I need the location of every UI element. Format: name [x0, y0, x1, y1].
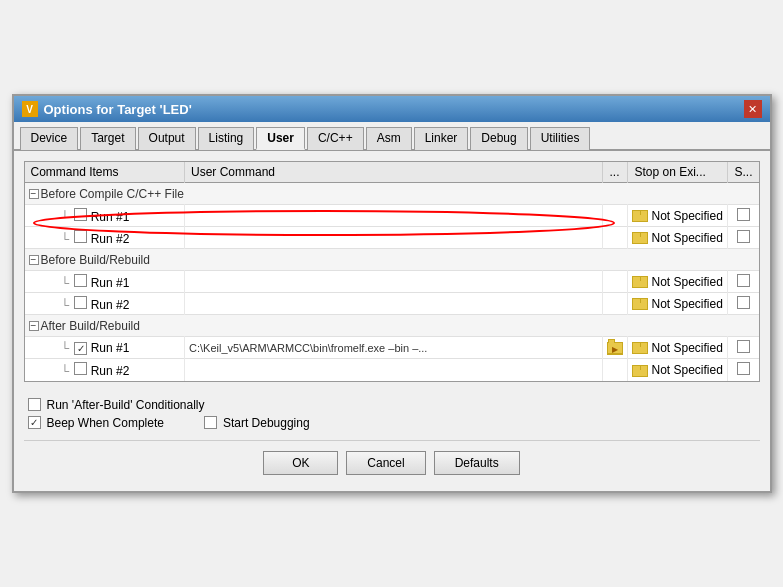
bottom-options: Run 'After-Build' Conditionally Beep Whe… — [24, 392, 760, 436]
section-toggle-build[interactable]: − Before Build/Rebuild — [29, 253, 150, 267]
s-checkbox-compile-2[interactable] — [737, 230, 750, 243]
tab-listing[interactable]: Listing — [198, 127, 255, 150]
run-compile-1-input[interactable] — [189, 210, 598, 222]
collapse-icon-build: − — [29, 255, 39, 265]
tab-user[interactable]: User — [256, 127, 305, 150]
tree-branch-icon: └ — [61, 232, 70, 246]
run-after-2-input[interactable] — [189, 364, 598, 376]
cancel-button[interactable]: Cancel — [346, 451, 425, 475]
run-build-1-input[interactable] — [189, 276, 598, 288]
s-checkbox-after-2[interactable] — [737, 362, 750, 375]
run-after-1-command[interactable]: C:\Keil_v5\ARM\ARMCC\bin\fromelf.exe –bi… — [185, 337, 603, 359]
start-debugging-checkbox[interactable] — [204, 416, 217, 429]
beep-label: Beep When Complete — [47, 416, 164, 430]
section-label-build: Before Build/Rebuild — [41, 253, 150, 267]
s-checkbox-after-1[interactable] — [737, 340, 750, 353]
section-label-after-build: After Build/Rebuild — [41, 319, 140, 333]
section-label-compile: Before Compile C/C++ File — [41, 187, 184, 201]
tab-utilities[interactable]: Utilities — [530, 127, 591, 150]
tree-branch-icon: └ — [61, 276, 70, 290]
table-row-highlighted: └ Run #1 C:\Keil_v5\ARM\ARMCC\bin\fromel… — [25, 337, 759, 359]
run-after-1-name: └ Run #1 — [25, 337, 185, 359]
main-content: Command Items User Command ... Stop on E… — [14, 151, 770, 491]
folder-icon[interactable] — [632, 297, 648, 310]
section-toggle-compile[interactable]: − Before Compile C/C++ File — [29, 187, 184, 201]
header-user-command: User Command — [185, 162, 603, 183]
run-after-1-not-specified: Not Specified — [628, 337, 728, 359]
tab-debug[interactable]: Debug — [470, 127, 527, 150]
s-checkbox-compile-1[interactable] — [737, 208, 750, 221]
collapse-icon-after-build: − — [29, 321, 39, 331]
run-after-1-checkbox[interactable] — [74, 342, 87, 355]
tree-branch-icon: └ — [61, 298, 70, 312]
start-debugging-label: Start Debugging — [223, 416, 310, 430]
tab-output[interactable]: Output — [138, 127, 196, 150]
run-build-1-checkbox[interactable] — [74, 274, 87, 287]
tab-asm[interactable]: Asm — [366, 127, 412, 150]
ok-button[interactable]: OK — [263, 451, 338, 475]
tab-device[interactable]: Device — [20, 127, 79, 150]
run-after-build-label: Run 'After-Build' Conditionally — [47, 398, 205, 412]
dialog: V Options for Target 'LED' ✕ Device Targ… — [12, 94, 772, 493]
s-checkbox-build-1[interactable] — [737, 274, 750, 287]
run-after-1-dots: ▶ — [603, 337, 628, 359]
s-checkbox-build-2[interactable] — [737, 296, 750, 309]
beep-row: Beep When Complete — [28, 416, 164, 430]
header-command-items: Command Items — [25, 162, 185, 183]
app-icon: V — [22, 101, 38, 117]
dialog-title: Options for Target 'LED' — [44, 102, 192, 117]
collapse-icon-compile: − — [29, 189, 39, 199]
tab-cpp[interactable]: C/C++ — [307, 127, 364, 150]
run-after-1-s — [728, 337, 759, 359]
folder-icon[interactable] — [632, 209, 648, 222]
defaults-button[interactable]: Defaults — [434, 451, 520, 475]
run-compile-1-checkbox[interactable] — [74, 208, 87, 221]
close-button[interactable]: ✕ — [744, 100, 762, 118]
start-debugging-row: Start Debugging — [204, 416, 310, 430]
beep-checkbox[interactable] — [28, 416, 41, 429]
tree-branch-icon: └ — [61, 341, 70, 355]
title-bar: V Options for Target 'LED' ✕ — [14, 96, 770, 122]
section-before-compile: − Before Compile C/C++ File — [25, 183, 759, 205]
run-after-2-checkbox[interactable] — [74, 362, 87, 375]
header-dots: ... — [603, 162, 628, 183]
folder-icon[interactable] — [632, 275, 648, 288]
folder-icon[interactable] — [632, 341, 648, 354]
run-compile-2-checkbox[interactable] — [74, 230, 87, 243]
tab-linker[interactable]: Linker — [414, 127, 469, 150]
section-toggle-after-build[interactable]: − After Build/Rebuild — [29, 319, 140, 333]
tab-bar: Device Target Output Listing User C/C++ … — [14, 122, 770, 151]
folder-icon[interactable] — [632, 364, 648, 377]
run-build-2-checkbox[interactable] — [74, 296, 87, 309]
header-s: S... — [728, 162, 759, 183]
run-after-build-checkbox[interactable] — [28, 398, 41, 411]
header-stop-on-exit: Stop on Exi... — [628, 162, 728, 183]
tree-branch-icon: └ — [61, 210, 70, 224]
tree-branch-icon: └ — [61, 364, 70, 378]
run-build-2-input[interactable] — [189, 298, 598, 310]
run-compile-2-input[interactable] — [189, 232, 598, 244]
tab-target[interactable]: Target — [80, 127, 135, 150]
bottom-buttons: OK Cancel Defaults — [24, 440, 760, 481]
folder-icon[interactable] — [632, 231, 648, 244]
run-after-build-row: Run 'After-Build' Conditionally — [28, 398, 756, 412]
